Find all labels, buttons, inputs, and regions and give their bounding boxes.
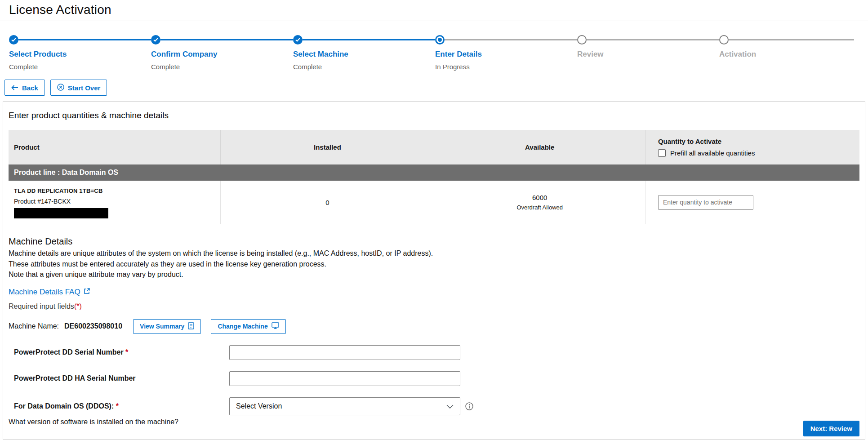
stepper-connector: [729, 39, 854, 40]
product-table: Product Installed Available Quantity to …: [9, 130, 859, 224]
step-status: [719, 63, 854, 71]
column-header-quantity: Quantity to Activate Prefill all availab…: [645, 130, 859, 164]
dd-serial-row: PowerProtect DD Serial Number *: [9, 345, 859, 360]
wizard-toolbar: Back Start Over: [4, 80, 868, 96]
ddos-version-label: For Data Domain OS (DDOS): *: [14, 402, 229, 410]
column-header-product: Product: [9, 130, 220, 164]
product-number: Product #147-BCKX: [14, 198, 71, 205]
step-label: Confirm Company: [151, 50, 293, 59]
step-status: Complete: [151, 63, 293, 71]
table-row: TLA DD REPLICATION 1TB=CB Product #147-B…: [9, 181, 859, 224]
step-label: Select Machine: [293, 50, 435, 59]
next-review-button[interactable]: Next: Review: [803, 421, 859, 436]
stepper-connector: [303, 39, 435, 40]
step-complete-icon: [151, 35, 160, 44]
machine-details-description: Machine details are unique attributes of…: [9, 248, 859, 280]
select-value: Select Version: [236, 402, 282, 410]
step-label: Review: [577, 50, 719, 59]
column-header-installed: Installed: [220, 130, 434, 164]
step-label: Activation: [719, 50, 854, 59]
stepper-connector: [18, 39, 151, 40]
prefill-checkbox[interactable]: [658, 149, 666, 157]
ddos-version-hint: What version of software is installed on…: [9, 418, 859, 426]
step-status: Complete: [9, 63, 151, 71]
info-icon[interactable]: [465, 402, 473, 410]
dd-serial-input[interactable]: [229, 345, 460, 360]
page-title: License Activation: [9, 3, 868, 17]
product-name: TLA DD REPLICATION 1TB=CB: [14, 187, 102, 194]
machine-name-label: Machine Name:: [9, 322, 59, 330]
product-cell: TLA DD REPLICATION 1TB=CB Product #147-B…: [9, 181, 220, 224]
dd-serial-label: PowerProtect DD Serial Number *: [14, 348, 229, 356]
machine-details-faq-link[interactable]: Machine Details FAQ: [9, 288, 90, 297]
prefill-all-control[interactable]: Prefill all available quantities: [658, 149, 755, 157]
dd-ha-serial-label: PowerProtect DD HA Serial Number: [14, 374, 229, 382]
dd-ha-serial-input[interactable]: [229, 371, 460, 386]
redacted-text: [14, 208, 108, 218]
machine-name-row: Machine Name: DE600235098010 View Summar…: [9, 319, 859, 334]
dd-ha-serial-row: PowerProtect DD HA Serial Number: [9, 371, 859, 386]
step-complete-icon: [293, 35, 303, 44]
monitor-icon: [272, 322, 279, 330]
step-confirm-company[interactable]: Confirm Company Complete: [151, 35, 293, 71]
step-activation: Activation: [719, 35, 854, 71]
quantity-input[interactable]: [658, 195, 753, 210]
content-panel: Enter product quantities & machine detai…: [3, 101, 865, 440]
stepper-connector: [587, 39, 719, 40]
start-over-button-label: Start Over: [68, 84, 101, 92]
step-current-icon: [435, 35, 445, 44]
installed-cell: 0: [220, 181, 434, 224]
step-status: [577, 63, 719, 71]
required-fields-note: Required input fields(*): [9, 302, 859, 311]
quantity-cell: [645, 181, 859, 224]
stepper: Select Products Complete Confirm Company…: [9, 35, 868, 71]
step-future-icon: [719, 35, 729, 44]
stepper-connector: [160, 39, 293, 40]
available-value: 6000: [532, 194, 547, 201]
chevron-down-icon: [446, 402, 454, 410]
step-label: Enter Details: [435, 50, 577, 59]
column-header-available: Available: [434, 130, 645, 164]
step-select-machine[interactable]: Select Machine Complete: [293, 35, 435, 71]
document-icon: [188, 322, 194, 331]
change-machine-button[interactable]: Change Machine: [211, 319, 285, 334]
back-arrow-icon: [11, 84, 18, 92]
machine-name-value: DE600235098010: [64, 322, 122, 330]
prefill-label: Prefill all available quantities: [670, 149, 755, 157]
view-summary-button[interactable]: View Summary: [133, 319, 201, 334]
page-header: License Activation: [0, 0, 868, 21]
machine-details-title: Machine Details: [9, 236, 859, 247]
back-button[interactable]: Back: [4, 80, 45, 96]
step-future-icon: [577, 35, 587, 44]
step-complete-icon: [9, 35, 18, 44]
product-line-group-row: Product line : Data Domain OS: [9, 164, 859, 181]
step-enter-details[interactable]: Enter Details In Progress: [435, 35, 577, 71]
table-header-row: Product Installed Available Quantity to …: [9, 130, 859, 164]
step-status: Complete: [293, 63, 435, 71]
overdraft-note: Overdraft Allowed: [516, 204, 563, 211]
ddos-version-select[interactable]: Select Version: [229, 397, 460, 415]
step-label: Select Products: [9, 50, 151, 59]
step-review: Review: [577, 35, 719, 71]
external-link-icon: [84, 288, 90, 297]
stepper-connector: [445, 39, 577, 40]
step-select-products[interactable]: Select Products Complete: [9, 35, 151, 71]
ddos-version-row: For Data Domain OS (DDOS): * Select Vers…: [9, 397, 859, 415]
start-over-button[interactable]: Start Over: [50, 80, 107, 96]
start-over-icon: [57, 84, 64, 92]
step-status: In Progress: [435, 63, 577, 71]
section-title: Enter product quantities & machine detai…: [9, 111, 859, 120]
available-cell: 6000 Overdraft Allowed: [434, 181, 645, 224]
back-button-label: Back: [22, 84, 38, 92]
